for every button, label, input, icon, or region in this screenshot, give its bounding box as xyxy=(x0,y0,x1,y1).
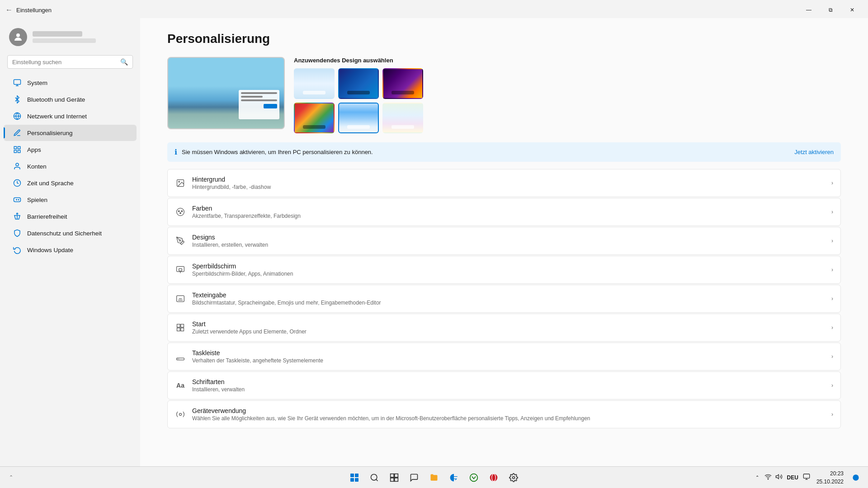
sidebar-label-bluetooth: Bluetooth und Geräte xyxy=(27,96,85,103)
settings-item-background[interactable]: Hintergrund Hintergrundbild, -farbe, -di… xyxy=(167,169,841,197)
theme-option-5[interactable] xyxy=(338,103,379,133)
settings-item-colors-text: Farben Akzentfarbe, Transparenzeffekte, … xyxy=(192,205,301,219)
settings-fonts-subtitle: Installieren, verwalten xyxy=(192,386,245,393)
svg-point-58 xyxy=(853,474,859,480)
activation-notice-left: ℹ Sie müssen Windows aktivieren, um Ihre… xyxy=(175,148,373,156)
sidebar-item-system[interactable]: System xyxy=(4,75,137,91)
theme-option-2[interactable] xyxy=(338,68,379,99)
search-container: 🔍 xyxy=(0,53,140,74)
minimize-button[interactable]: — xyxy=(798,3,819,17)
activation-notice-text: Sie müssen Windows aktivieren, um Ihren … xyxy=(182,149,373,155)
svg-point-50 xyxy=(490,474,498,481)
windows-icon xyxy=(350,474,359,482)
svg-rect-48 xyxy=(395,478,398,481)
sidebar-item-gaming[interactable]: Spielen xyxy=(4,192,137,208)
svg-rect-9 xyxy=(18,150,20,153)
fonts-icon: Aa xyxy=(175,380,186,391)
taskbar-search-button[interactable] xyxy=(365,469,383,487)
display-tray-icon[interactable] xyxy=(802,472,811,483)
back-icon[interactable]: ← xyxy=(5,6,13,14)
lockscreen-icon xyxy=(175,264,186,275)
win-square-3 xyxy=(350,478,354,482)
svg-point-23 xyxy=(180,212,181,214)
win-square-1 xyxy=(350,474,354,477)
chevron-lockscreen: › xyxy=(831,267,833,273)
sidebar-item-time[interactable]: Zeit und Sprache xyxy=(4,175,137,191)
search-box[interactable]: 🔍 xyxy=(7,55,133,69)
sidebar-item-bluetooth[interactable]: Bluetooth und Geräte xyxy=(4,91,137,108)
language-indicator[interactable]: DEU xyxy=(785,474,800,482)
settings-item-deviceusage-left: Geräteverwendung Wählen Sie alle Möglich… xyxy=(175,407,590,422)
volume-tray-icon[interactable] xyxy=(774,472,783,483)
settings-designs-subtitle: Installieren, erstellen, verwalten xyxy=(192,242,268,248)
theme-preview-lines xyxy=(241,92,277,101)
sidebar-item-apps[interactable]: Apps xyxy=(4,141,137,158)
settings-item-start[interactable]: Start Zuletzt verwendete Apps und Elemen… xyxy=(167,314,841,342)
activation-link[interactable]: Jetzt aktivieren xyxy=(794,149,834,155)
settings-item-designs[interactable]: Designs Installieren, erstellen, verwalt… xyxy=(167,227,841,255)
sidebar-item-update[interactable]: Windows Update xyxy=(4,242,137,258)
taskbar-clock[interactable]: 20:23 25.10.2022 xyxy=(814,469,846,487)
theme-bar-5 xyxy=(347,125,370,129)
sidebar-item-privacy[interactable]: Datenschutz und Sicherheit xyxy=(4,225,137,241)
settings-taskbar-title: Taskleiste xyxy=(192,349,323,357)
personalization-icon xyxy=(13,128,22,137)
settings-item-designs-text: Designs Installieren, erstellen, verwalt… xyxy=(192,234,268,248)
settings-item-textinput[interactable]: Texteingabe Bildschirmtastatur, Sprachei… xyxy=(167,285,841,313)
sidebar: 🔍 System Bluetooth und Geräte xyxy=(0,18,140,466)
restore-button[interactable]: ⧉ xyxy=(820,3,841,17)
search-icon: 🔍 xyxy=(120,58,128,66)
sidebar-label-time: Zeit und Sprache xyxy=(27,180,74,187)
settings-deviceusage-subtitle: Wählen Sie alle Möglichkeiten aus, wie S… xyxy=(192,415,590,422)
taskbar-sys-icons: DEU xyxy=(764,472,811,483)
close-button[interactable]: ✕ xyxy=(842,3,863,17)
theme-grid-label: Anzuwendendes Design auswählen xyxy=(294,57,841,64)
taskbar-overflow-chevron[interactable]: ⌃ xyxy=(754,473,761,482)
user-email xyxy=(33,38,96,43)
theme-preview-overlay xyxy=(239,90,279,119)
theme-option-4[interactable] xyxy=(294,103,335,133)
svg-rect-38 xyxy=(181,328,184,331)
info-icon: ℹ xyxy=(175,148,177,156)
taskbar-explorer-button[interactable] xyxy=(425,469,443,487)
taskbar-chevron-left[interactable]: ⌃ xyxy=(5,469,16,487)
settings-item-fonts[interactable]: Aa Schriftarten Installieren, verwalten … xyxy=(167,371,841,399)
settings-designs-title: Designs xyxy=(192,234,268,241)
taskbar-opera-button[interactable] xyxy=(485,469,503,487)
settings-item-colors[interactable]: Farben Akzentfarbe, Transparenzeffekte, … xyxy=(167,198,841,226)
preview-line-2 xyxy=(241,96,263,98)
notification-center-button[interactable] xyxy=(849,469,863,487)
sidebar-item-accessibility[interactable]: Barrierefreiheit xyxy=(4,208,137,225)
theme-section: Anzuwendendes Design auswählen xyxy=(167,57,841,133)
settings-item-taskbar[interactable]: Taskleiste Verhalten der Taskleiste, ang… xyxy=(167,343,841,371)
svg-point-42 xyxy=(179,413,182,416)
sidebar-label-system: System xyxy=(27,80,47,86)
sidebar-label-gaming: Spielen xyxy=(27,197,47,203)
taskbar-xbox-button[interactable] xyxy=(465,469,483,487)
gaming-icon xyxy=(13,195,22,204)
taskbar-chat-button[interactable] xyxy=(405,469,423,487)
settings-item-lockscreen[interactable]: Sperrbildschirm Sperrbildschirm-Bilder, … xyxy=(167,256,841,284)
svg-point-24 xyxy=(179,240,181,241)
taskbar-start-button[interactable] xyxy=(345,469,363,487)
settings-item-lockscreen-left: Sperrbildschirm Sperrbildschirm-Bilder, … xyxy=(175,263,293,277)
svg-point-49 xyxy=(470,474,478,481)
sidebar-item-accounts[interactable]: Konten xyxy=(4,158,137,174)
theme-option-6[interactable] xyxy=(382,103,423,133)
taskbar-edge-button[interactable] xyxy=(445,469,463,487)
sidebar-item-network[interactable]: Netzwerk und Internet xyxy=(4,108,137,124)
theme-option-1[interactable] xyxy=(294,68,335,99)
sidebar-item-personalization[interactable]: Personalisierung xyxy=(4,125,137,141)
theme-option-3[interactable] xyxy=(382,68,423,99)
theme-bar-4 xyxy=(303,125,326,129)
taskbar-settings-button[interactable] xyxy=(505,469,523,487)
taskbar-taskview-button[interactable] xyxy=(385,469,403,487)
settings-item-deviceusage[interactable]: Geräteverwendung Wählen Sie alle Möglich… xyxy=(167,400,841,428)
network-tray-icon[interactable] xyxy=(764,472,773,483)
accounts-icon xyxy=(13,162,22,171)
svg-rect-35 xyxy=(177,324,180,328)
taskbar-right: ⌃ DEU 20:23 25.10.2022 xyxy=(754,469,863,487)
svg-rect-8 xyxy=(14,150,16,153)
svg-point-21 xyxy=(178,211,179,212)
search-input[interactable] xyxy=(12,59,118,66)
